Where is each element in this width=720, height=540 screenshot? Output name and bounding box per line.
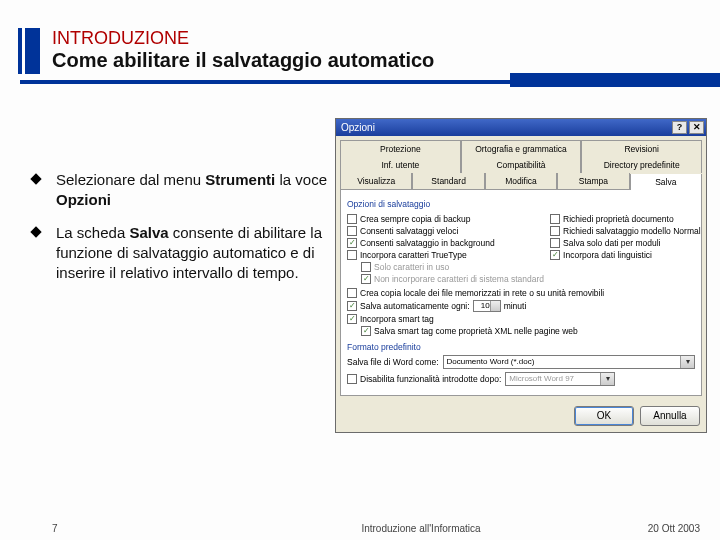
- chk-fontsub2: Non incorporare caratteri di sistema sta…: [361, 274, 544, 284]
- cancel-button[interactable]: Annulla: [640, 406, 700, 426]
- dialog-title: Opzioni: [341, 122, 670, 133]
- autosave-spinner[interactable]: 10: [473, 300, 501, 312]
- tab-stampa[interactable]: Stampa: [557, 173, 629, 189]
- tab-utente[interactable]: Inf. utente: [340, 157, 461, 173]
- slide-footer: 7 Introduzione all'Informatica 20 Ott 20…: [0, 523, 720, 534]
- page-number: 7: [52, 523, 252, 534]
- bullet-icon: [32, 175, 46, 183]
- text-bold: Strumenti: [205, 171, 275, 188]
- text-bold: Salva: [129, 224, 168, 241]
- dialog-titlebar[interactable]: Opzioni ? ✕: [336, 119, 706, 136]
- autosave-unit: minuti: [504, 301, 527, 311]
- chk-linguistic[interactable]: Incorpora dati linguistici: [550, 250, 700, 260]
- tab-visualizza[interactable]: Visualizza: [340, 173, 412, 189]
- dialog-buttons: OK Annulla: [336, 400, 706, 432]
- header-rule: [20, 80, 720, 84]
- ok-button[interactable]: OK: [574, 406, 634, 426]
- chk-normal[interactable]: Richiedi salvataggio modello Normal: [550, 226, 700, 236]
- chk-disable[interactable]: Disabilita funzionalità introdotte dopo:: [347, 374, 501, 384]
- text: la voce: [275, 171, 327, 188]
- tab-modifica[interactable]: Modifica: [485, 173, 557, 189]
- tab-salva[interactable]: Salva: [630, 174, 702, 190]
- header-accent-block: [22, 28, 40, 74]
- tab-compat[interactable]: Compatibilità: [461, 157, 582, 173]
- chk-truetype[interactable]: Incorpora caratteri TrueType: [347, 250, 544, 260]
- slide-title: Come abilitare il salvataggio automatico: [52, 49, 720, 72]
- bullet-1: Selezionare dal menu Strumenti la voce O…: [32, 170, 332, 211]
- options-dialog: Opzioni ? ✕ Protezione Ortografia e gram…: [335, 118, 707, 433]
- autosave-label: Salva automaticamente ogni:: [360, 301, 470, 311]
- bullet-2: La scheda Salva consente di abilitare la…: [32, 223, 332, 284]
- text: La scheda: [56, 224, 129, 241]
- chk-autosave[interactable]: Salva automaticamente ogni: 10 minuti: [347, 300, 695, 312]
- chk-smarttag[interactable]: Incorpora smart tag: [347, 314, 695, 324]
- disable-dropdown[interactable]: Microsoft Word 97: [505, 372, 615, 386]
- chk-propdoc[interactable]: Richiedi proprietà documento: [550, 214, 700, 224]
- tab-revisioni[interactable]: Revisioni: [581, 140, 702, 157]
- tab-protezione[interactable]: Protezione: [340, 140, 461, 157]
- chk-smarttag-xml[interactable]: Salva smart tag come proprietà XML nelle…: [361, 326, 695, 336]
- footer-date: 20 Ott 2003: [590, 523, 700, 534]
- bullet-1-text: Selezionare dal menu Strumenti la voce O…: [56, 170, 332, 211]
- saveas-dropdown[interactable]: Documento Word (*.doc): [443, 355, 696, 369]
- text-bold: Opzioni: [56, 191, 111, 208]
- chk-fast[interactable]: Consenti salvataggi veloci: [347, 226, 544, 236]
- tab-directory[interactable]: Directory predefinite: [581, 157, 702, 173]
- chk-backup[interactable]: Crea sempre copia di backup: [347, 214, 544, 224]
- group-formato: Formato predefinito: [347, 342, 695, 352]
- slide-header: INTRODUZIONE Come abilitare il salvatagg…: [0, 0, 720, 72]
- slide-body: Selezionare dal menu Strumenti la voce O…: [32, 170, 332, 295]
- footer-title: Introduzione all'Informatica: [252, 523, 590, 534]
- dialog-panel: Opzioni di salvataggio Crea sempre copia…: [340, 189, 702, 396]
- chk-formdata[interactable]: Salva solo dati per moduli: [550, 238, 700, 248]
- tab-ortografia[interactable]: Ortografia e grammatica: [461, 140, 582, 157]
- left-checks: Crea sempre copia di backup Consenti sal…: [347, 212, 544, 286]
- dialog-tabs: Protezione Ortografia e grammatica Revis…: [336, 136, 706, 189]
- header-eyebrow: INTRODUZIONE: [52, 28, 720, 49]
- tab-standard[interactable]: Standard: [412, 173, 484, 189]
- chk-fontsub1: Solo caratteri in uso: [361, 262, 544, 272]
- saveas-label: Salva file di Word come:: [347, 357, 439, 367]
- text: Selezionare dal menu: [56, 171, 205, 188]
- help-button[interactable]: ?: [672, 121, 687, 134]
- chk-local-copy[interactable]: Crea copia locale dei file memorizzati i…: [347, 288, 695, 298]
- bullet-icon: [32, 228, 46, 236]
- group-salvataggio: Opzioni di salvataggio: [347, 199, 695, 209]
- chk-background[interactable]: Consenti salvataggio in background: [347, 238, 544, 248]
- bullet-2-text: La scheda Salva consente di abilitare la…: [56, 223, 332, 284]
- right-checks: Richiedi proprietà documento Richiedi sa…: [550, 212, 700, 286]
- close-button[interactable]: ✕: [689, 121, 704, 134]
